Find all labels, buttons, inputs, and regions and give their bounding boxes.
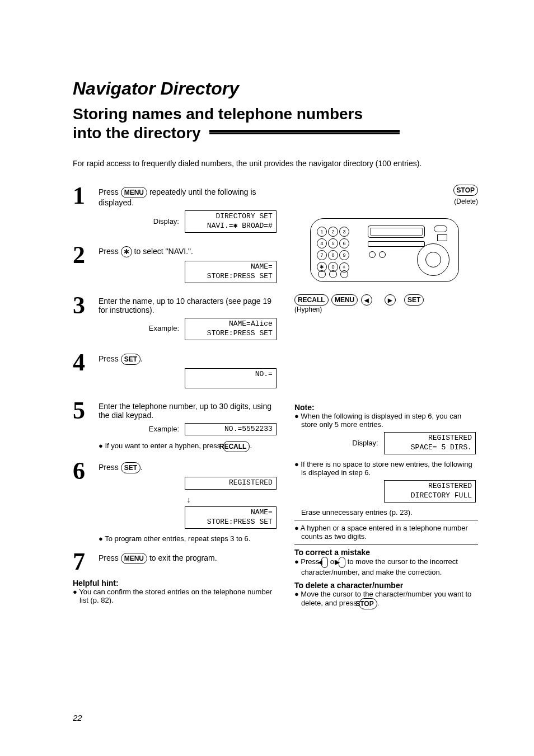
display-box: NAME=Alice STORE:PRESS SET	[185, 318, 277, 340]
right-arrow-key	[339, 557, 345, 568]
note-title: Note:	[294, 403, 478, 412]
display-box: NO.=5552233	[185, 423, 277, 436]
stop-sub: (Delete)	[454, 198, 478, 205]
recall-key-label: RECALL	[294, 294, 329, 306]
step-number: 3	[73, 294, 93, 346]
step-5: 5 Enter the telephone number, up to 30 d…	[73, 400, 279, 455]
example-label: Example:	[149, 425, 179, 433]
step7-text-b: to exit the program.	[149, 553, 217, 562]
device-illustration: 123 456 789 ✱0⌗	[302, 207, 470, 291]
display-box: NO.=	[185, 368, 277, 388]
step-number: 5	[73, 400, 93, 455]
display-box: NAME= STORE:PRESS SET	[185, 261, 277, 283]
step-3: 3 Enter the name, up to 10 characters (s…	[73, 294, 279, 346]
correct-title: To correct a mistake	[294, 548, 478, 557]
display-box: REGISTERED DIRECTORY FULL	[384, 480, 476, 503]
step2-text-a: Press	[99, 247, 121, 256]
step-1: 1 Press MENU repeatedly until the follow…	[73, 185, 279, 238]
step-6: 6 Press SET. REGISTERED ↓ NAME= STORE:PR…	[73, 460, 279, 545]
menu-key: MENU	[121, 187, 147, 198]
section-title: Storing names and telephone numbers into…	[73, 105, 478, 142]
lcd-icon	[368, 226, 425, 238]
set-key: SET	[121, 462, 140, 473]
step-number: 2	[73, 244, 93, 289]
display-box: NAME= STORE:PRESS SET	[185, 506, 277, 529]
intro-text: For rapid access to frequently dialed nu…	[73, 159, 478, 168]
helpful-hint-title: Helpful hint:	[73, 579, 279, 588]
set-key: SET	[121, 354, 140, 365]
menu-key-label: MENU	[331, 294, 358, 306]
arrow-down-icon: ↓	[99, 495, 279, 504]
display-box: REGISTERED SPACE= 5 DIRS.	[384, 432, 476, 454]
right-arrow-key	[385, 294, 396, 306]
stop-key: STOP	[359, 598, 377, 609]
step6-text-b: .	[140, 463, 143, 472]
note-erase: Erase unnecessary entries (p. 23).	[301, 508, 478, 516]
step-2: 2 Press ✱ to select "NAVI.". NAME= STORE…	[73, 244, 279, 289]
display-label: Display:	[352, 439, 378, 447]
step5-bullet-b: .	[250, 442, 252, 450]
step7-text-a: Press	[99, 553, 121, 562]
section-title-line2: into the directory	[73, 124, 201, 142]
delete-a: Move the cursor to the character/number …	[301, 590, 471, 607]
step-number: 1	[73, 185, 93, 238]
recall-key: RECALL	[223, 441, 250, 452]
step-number: 6	[73, 460, 93, 545]
display-box: REGISTERED	[185, 477, 277, 490]
left-arrow-key	[361, 294, 372, 306]
step3-text: Enter the name, up to 10 characters (see…	[99, 297, 271, 314]
display-label: Display:	[153, 217, 179, 226]
note-bullet-3: A hyphen or a space entered in a telepho…	[301, 524, 468, 541]
navigator-dial-icon	[417, 243, 449, 276]
set-key-label: SET	[404, 294, 424, 306]
step5-bullet-a: If you want to enter a hyphen, press	[105, 442, 222, 450]
keypad-icon: 123 456 789 ✱0⌗	[316, 226, 350, 273]
step1-text-a: Press	[99, 187, 121, 196]
step2-text-b: to select "NAVI.".	[134, 247, 193, 256]
menu-key: MENU	[121, 553, 147, 564]
step6-bullet: To program other entries, repeat steps 3…	[105, 534, 250, 543]
stop-key-label: STOP	[453, 185, 478, 196]
step-7: 7 Press MENU to exit the program.	[73, 551, 279, 573]
divider	[294, 544, 478, 544]
left-arrow-key	[321, 557, 328, 568]
note-bullet-1: When the following is displayed in step …	[301, 412, 461, 429]
device-bottom-labels: RECALL MENU SET (Hyphen)	[294, 294, 478, 313]
divider	[294, 520, 478, 520]
step-4: 4 Press SET. NO.=	[73, 351, 279, 394]
star-key: ✱	[121, 246, 132, 257]
section-title-line1: Storing names and telephone numbers	[73, 105, 363, 123]
note-bullet-2: If there is no space to store new entrie…	[301, 460, 472, 477]
step4-text-b: .	[140, 354, 143, 363]
page-number: 22	[73, 713, 82, 722]
step5-text: Enter the telephone number, up to 30 dig…	[99, 402, 271, 420]
delete-title: To delete a character/number	[294, 581, 478, 590]
step6-text-a: Press	[99, 463, 121, 472]
recall-sub: (Hyphen)	[294, 306, 322, 313]
section-rule	[209, 130, 400, 134]
delete-b: .	[377, 599, 380, 607]
example-label: Example:	[149, 324, 179, 332]
step4-text-a: Press	[99, 354, 121, 363]
display-box: DIRECTORY SET NAVI.=✱ BROAD=#	[185, 210, 277, 233]
chapter-title: Navigator Directory	[73, 78, 478, 99]
step-number: 4	[73, 351, 93, 394]
step-number: 7	[73, 551, 93, 573]
helpful-hint-bullet: You can confirm the stored entries on th…	[79, 588, 272, 604]
